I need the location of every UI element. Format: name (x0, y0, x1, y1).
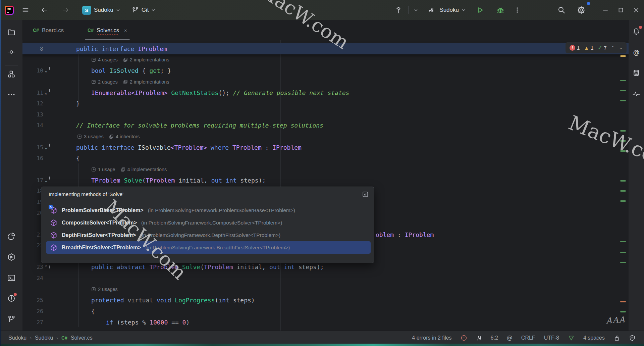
inlay-hint[interactable]: 2 usages (91, 284, 118, 295)
line-number[interactable]: 11 (27, 87, 43, 98)
errors-count[interactable]: !1 (570, 45, 580, 51)
implemented-gutter-icon[interactable]: ⌄ (45, 87, 53, 98)
line-number[interactable]: 10 (27, 65, 43, 76)
stripe-mark[interactable] (620, 100, 626, 101)
code-policy-button[interactable] (625, 331, 640, 345)
usages-hint[interactable]: 3 usages (77, 134, 104, 139)
vcs-tool-button[interactable] (5, 313, 18, 326)
run-button[interactable] (473, 3, 488, 17)
main-menu-button[interactable] (18, 3, 33, 17)
warnings-count[interactable]: ▲1 (584, 45, 593, 51)
implementations-hint[interactable]: 4 implementations (121, 167, 167, 172)
implemented-gutter-icon[interactable]: ⌄ (45, 65, 53, 76)
breadcrumb-item[interactable]: Sudoku (35, 335, 53, 341)
encoding-widget[interactable]: UTF-8 (540, 331, 564, 345)
minimize-button[interactable] (598, 0, 613, 20)
notifications-button[interactable] (630, 25, 643, 38)
popup-item[interactable]: AProblemSolverBase<TProblem>(in ProblemS… (46, 204, 371, 216)
run-widget-chevron[interactable] (411, 3, 421, 17)
code-line[interactable]: 12} (22, 98, 629, 109)
line-number[interactable]: 16 (27, 153, 43, 164)
stripe-mark[interactable] (620, 150, 626, 152)
inlay-hint[interactable]: 4 usages2 implementations (91, 54, 169, 65)
stripe-mark[interactable] (620, 262, 626, 263)
debug-button[interactable] (493, 3, 508, 17)
line-number[interactable]: 8 (27, 43, 43, 54)
code-line[interactable]: 17⌄TProblem Solve(TProblem initial, out … (22, 175, 629, 186)
run-tool-button[interactable] (5, 251, 18, 263)
usages-hint[interactable]: 2 usages (91, 287, 118, 292)
more-tool-windows-button[interactable] (5, 88, 18, 101)
highlighting-level-button[interactable] (564, 331, 579, 345)
ai-status-button[interactable]: @ (502, 331, 517, 345)
passed-count[interactable]: ✓7 (598, 45, 607, 51)
vcs-widget[interactable]: Git (128, 3, 159, 17)
stripe-mark[interactable] (620, 301, 626, 302)
database-button[interactable] (630, 67, 643, 80)
structure-tool-button[interactable] (5, 68, 18, 81)
code-line[interactable]: 24 (22, 273, 629, 284)
stripe-mark[interactable] (620, 55, 626, 57)
monitoring-button[interactable] (630, 88, 643, 100)
popup-item[interactable]: DepthFirstSolver<TProblem>(in ProblemSol… (46, 229, 371, 241)
code-line[interactable]: 10⌄bool IsSolved { get; } (22, 65, 629, 76)
usages-hint[interactable]: 2 usages (91, 79, 118, 85)
code-line[interactable]: 14// Interface for solvable problems req… (22, 120, 629, 131)
stripe-mark[interactable] (620, 311, 626, 312)
line-number[interactable]: 27 (27, 317, 43, 328)
line-number[interactable]: 14 (27, 120, 43, 131)
line-separator-widget[interactable]: CRLF (517, 331, 540, 345)
rider-logo-icon[interactable]: RD (5, 6, 14, 15)
implementations-hint[interactable]: 2 implementations (123, 57, 169, 62)
code-editor[interactable]: 8public interface IProblem4 usages2 impl… (22, 40, 629, 331)
breadcrumb-item[interactable]: Sudoku (8, 335, 26, 341)
line-number[interactable]: 23 (27, 261, 43, 273)
problems-tool-button[interactable] (5, 292, 18, 305)
next-problem-button[interactable]: ⌄ (619, 45, 623, 50)
line-number[interactable]: 25 (27, 295, 43, 306)
popup-item[interactable]: CompositeSolver<TProblem>(in ProblemSolv… (46, 216, 371, 229)
code-line[interactable]: 15⌄public interface ISolvable<TProblem> … (22, 142, 629, 153)
more-actions-button[interactable] (511, 3, 524, 17)
stripe-mark[interactable] (620, 241, 626, 242)
implementations-hint[interactable]: 2 implementations (123, 79, 169, 85)
errors-summary[interactable]: 4 errors in 2 files (408, 331, 456, 345)
line-number[interactable]: 26 (27, 306, 43, 317)
popup-header[interactable]: Implementing methods of 'Solve' (41, 187, 374, 202)
stripe-mark[interactable] (620, 190, 626, 192)
project-tool-button[interactable] (5, 26, 18, 39)
inlay-hint[interactable]: 1 usage4 implementations (91, 164, 167, 175)
stripe-mark[interactable] (620, 90, 626, 91)
maximize-button[interactable] (613, 0, 629, 20)
forward-button[interactable] (59, 3, 73, 17)
terminal-tool-button[interactable] (5, 271, 18, 284)
line-number[interactable]: 15 (27, 142, 43, 153)
ai-assistant-button[interactable]: @ (630, 46, 643, 59)
code-line[interactable]: 26{ (22, 306, 629, 317)
previous-problem-button[interactable]: ⌃ (611, 45, 614, 50)
close-button[interactable] (629, 0, 644, 20)
line-number[interactable]: 17 (27, 175, 43, 186)
usages-hint[interactable]: 4 usages (91, 57, 118, 62)
line-number[interactable]: 24 (27, 273, 43, 284)
project-widget[interactable]: S Sudoku (79, 3, 123, 17)
indent-widget[interactable]: 4 spaces (579, 331, 609, 345)
stripe-mark[interactable] (620, 252, 626, 253)
stripe-mark[interactable] (620, 130, 626, 132)
popup-item[interactable]: BreadthFirstSolver<TProblem>(in ProblemS… (46, 241, 371, 254)
inlay-hint[interactable]: 3 usages4 inheritors (77, 131, 140, 142)
stripe-mark[interactable] (620, 140, 626, 142)
stripe-mark[interactable] (620, 180, 626, 182)
tab-board-cs[interactable]: C# Board.cs (27, 20, 70, 40)
caret-position[interactable]: 6:2 (486, 331, 502, 345)
implementations-hint[interactable]: 4 inheritors (109, 134, 140, 139)
stripe-mark[interactable] (620, 200, 626, 202)
readonly-lock-button[interactable] (609, 331, 625, 345)
code-line[interactable]: 11⌄IEnumerable<IProblem> GetNextStates()… (22, 87, 629, 98)
code-line[interactable]: 16{ (22, 153, 629, 164)
back-button[interactable] (37, 3, 51, 17)
inlay-hint[interactable]: 2 usages2 implementations (91, 76, 169, 87)
code-line[interactable]: 25protected virtual void LogProgress(int… (22, 295, 629, 306)
inspections-widget[interactable]: !1 ▲1 ✓7 ⌃ ⌄ (566, 42, 627, 53)
build-button[interactable] (391, 3, 406, 17)
